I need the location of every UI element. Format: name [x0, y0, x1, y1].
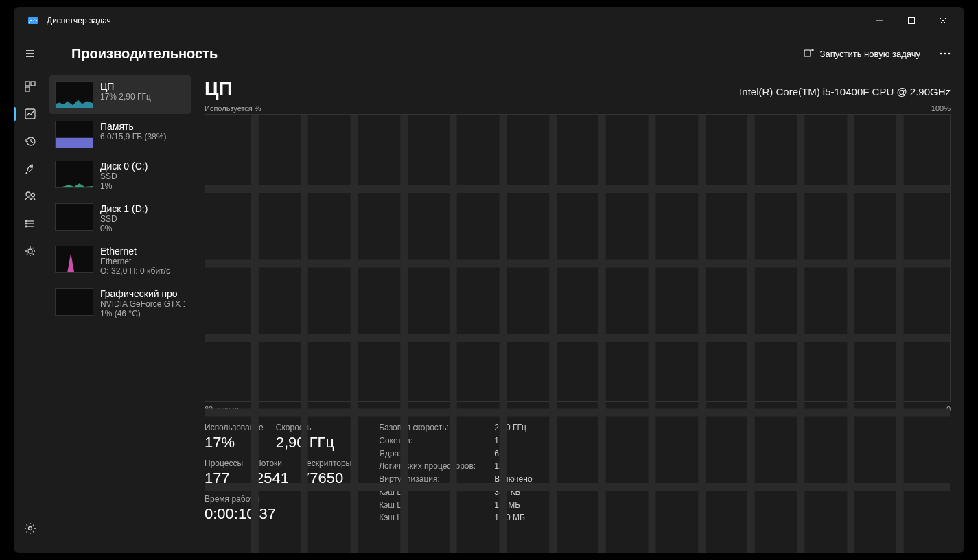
cpu-usage-chart[interactable] [205, 114, 951, 402]
perf-item-sub: SSD [100, 172, 148, 181]
perf-item-memory[interactable]: Память 6,0/15,9 ГБ (38%) [49, 115, 191, 154]
svg-rect-16 [25, 87, 30, 91]
main-title: ЦП [205, 78, 233, 100]
svg-rect-0 [28, 17, 38, 24]
disk1-thumbnail [55, 203, 93, 231]
nav-settings[interactable] [16, 515, 44, 542]
svg-point-21 [32, 194, 35, 197]
svg-rect-15 [31, 82, 35, 86]
ethernet-thumbnail [55, 246, 93, 273]
perf-item-sub2: 1% (46 °C) [100, 309, 185, 318]
perf-item-cpu[interactable]: ЦП 17% 2,90 ГГц [49, 75, 191, 114]
cpu-thumbnail [55, 81, 93, 108]
perf-item-name: Графический про [100, 288, 185, 299]
minimize-button[interactable] [864, 10, 896, 32]
svg-point-29 [29, 527, 32, 530]
svg-point-19 [30, 166, 32, 167]
perf-item-sub2: 0% [100, 224, 148, 233]
perf-item-gpu[interactable]: Графический про NVIDIA GeForce GTX 16 1%… [49, 283, 191, 324]
nav-startup[interactable] [16, 155, 44, 183]
svg-point-28 [28, 249, 32, 253]
perf-item-name: Диск 1 (D:) [100, 203, 148, 214]
svg-rect-31 [56, 138, 93, 148]
perf-item-name: Память [100, 121, 166, 132]
header-row: Производительность Запустить новую задач… [14, 34, 964, 73]
nav-processes[interactable] [16, 73, 44, 100]
nav-details[interactable] [16, 210, 44, 237]
perf-item-name: ЦП [100, 81, 151, 92]
svg-point-12 [944, 53, 946, 55]
chart-label-top-left: Используется % [205, 104, 261, 113]
nav-users[interactable] [16, 183, 44, 210]
perf-item-sub: SSD [100, 214, 148, 224]
perf-item-sub2: О: 32,0 П: 0 кбит/с [100, 266, 170, 276]
nav-services[interactable] [16, 237, 44, 265]
app-title: Диспетчер задач [47, 16, 111, 25]
svg-rect-2 [909, 18, 915, 24]
perf-item-sub: 6,0/15,9 ГБ (38%) [100, 132, 166, 141]
task-manager-window: Диспетчер задач Производительность Запус… [14, 7, 964, 553]
svg-marker-30 [56, 100, 93, 108]
run-new-task-label: Запустить новую задачу [820, 49, 920, 59]
performance-side-panel: ЦП 17% 2,90 ГГц Память 6,0/15,9 ГБ (38%) [47, 73, 191, 553]
perf-item-sub: Ethernet [100, 257, 170, 266]
svg-marker-32 [56, 183, 93, 187]
chart-label-top-right: 100% [931, 104, 951, 113]
perf-item-sub: NVIDIA GeForce GTX 16 [100, 299, 185, 309]
perf-item-disk0[interactable]: Диск 0 (C:) SSD 1% [49, 155, 191, 196]
perf-item-sub: 17% 2,90 ГГц [100, 92, 151, 102]
close-button[interactable] [927, 10, 959, 32]
perf-item-ethernet[interactable]: Ethernet Ethernet О: 32,0 П: 0 кбит/с [49, 240, 191, 281]
svg-point-27 [25, 226, 27, 227]
hamburger-button[interactable] [14, 40, 47, 67]
page-title: Производительность [71, 46, 218, 62]
titlebar[interactable]: Диспетчер задач [14, 7, 964, 34]
svg-point-13 [948, 53, 951, 55]
perf-item-name: Ethernet [100, 246, 170, 257]
run-new-task-button[interactable]: Запустить новую задачу [795, 44, 929, 63]
svg-point-25 [25, 220, 27, 222]
app-icon [27, 15, 38, 26]
perf-item-sub2: 1% [100, 181, 148, 191]
more-options-button[interactable] [931, 43, 959, 65]
svg-point-26 [25, 223, 27, 224]
gpu-thumbnail [55, 288, 93, 316]
nav-performance[interactable] [16, 100, 44, 128]
svg-point-20 [26, 192, 30, 196]
memory-thumbnail [55, 121, 93, 148]
maximize-button[interactable] [896, 10, 927, 32]
cpu-model-name: Intel(R) Core(TM) i5-10400F CPU @ 2.90GH… [739, 86, 951, 97]
svg-rect-8 [804, 50, 811, 56]
perf-item-disk1[interactable]: Диск 1 (D:) SSD 0% [49, 198, 191, 239]
disk0-thumbnail [55, 161, 93, 188]
perf-item-name: Диск 0 (C:) [100, 161, 148, 172]
svg-point-11 [940, 53, 942, 55]
nav-rail [14, 73, 47, 553]
main-content: ЦП Intel(R) Core(TM) i5-10400F CPU @ 2.9… [191, 73, 964, 553]
svg-marker-33 [56, 253, 93, 273]
nav-app-history[interactable] [16, 128, 44, 155]
svg-rect-14 [25, 82, 30, 86]
